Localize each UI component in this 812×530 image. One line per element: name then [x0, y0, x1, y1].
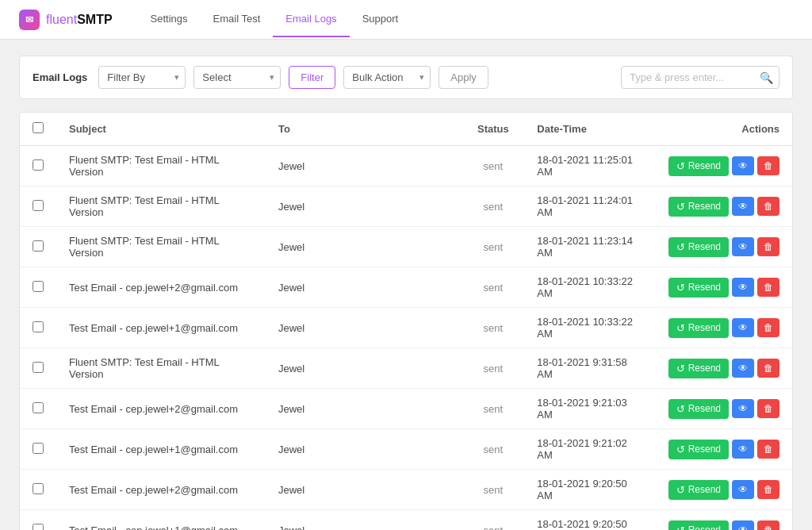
delete-button-4[interactable]: 🗑	[757, 318, 779, 337]
table-row: Fluent SMTP: Test Email - HTML Version J…	[20, 348, 792, 389]
row-actions-1: Resend 👁 🗑	[656, 186, 792, 227]
row-datetime-8: 18-01-2021 9:20:50 AM	[524, 470, 655, 510]
select-dropdown[interactable]: Select	[193, 66, 281, 89]
bulk-action-wrapper: Bulk Action	[343, 66, 431, 89]
row-checkbox-9[interactable]	[33, 524, 44, 531]
delete-button-8[interactable]: 🗑	[757, 480, 779, 499]
delete-button-7[interactable]: 🗑	[757, 440, 779, 459]
apply-button[interactable]: Apply	[439, 66, 488, 89]
filter-button[interactable]: Filter	[289, 66, 335, 89]
row-subject-0: Fluent SMTP: Test Email - HTML Version	[56, 146, 266, 186]
resend-button-6[interactable]: Resend	[668, 399, 729, 419]
row-status-0: sent	[462, 146, 525, 186]
row-subject-3: Test Email - cep.jewel+2@gmail.com	[56, 267, 266, 308]
row-checkbox-6[interactable]	[33, 402, 44, 413]
row-checkbox-4[interactable]	[33, 321, 44, 332]
row-to-2: Jewel	[266, 227, 462, 267]
row-to-8: Jewel	[266, 470, 462, 510]
resend-button-3[interactable]: Resend	[668, 278, 729, 298]
row-to-3: Jewel	[266, 267, 462, 308]
delete-button-6[interactable]: 🗑	[757, 399, 779, 418]
row-datetime-9: 18-01-2021 9:20:50 AM	[524, 510, 655, 531]
table-body: Fluent SMTP: Test Email - HTML Version J…	[20, 146, 792, 531]
row-subject-2: Fluent SMTP: Test Email - HTML Version	[56, 227, 266, 267]
row-actions-2: Resend 👁 🗑	[656, 227, 792, 267]
view-button-5[interactable]: 👁	[732, 359, 754, 378]
resend-button-7[interactable]: Resend	[668, 440, 729, 459]
view-button-4[interactable]: 👁	[732, 318, 754, 337]
row-datetime-4: 18-01-2021 10:33:22 AM	[524, 308, 655, 348]
row-checkbox-1[interactable]	[33, 200, 44, 211]
row-datetime-1: 18-01-2021 11:24:01 AM	[524, 186, 655, 227]
nav-links: Settings Email Test Email Logs Support	[138, 2, 412, 37]
resend-button-5[interactable]: Resend	[668, 359, 729, 378]
view-button-0[interactable]: 👁	[732, 156, 754, 175]
row-actions-5: Resend 👁 🗑	[656, 348, 792, 389]
row-to-6: Jewel	[266, 389, 462, 429]
row-checkbox-5[interactable]	[33, 362, 44, 373]
table-row: Test Email - cep.jewel+2@gmail.com Jewel…	[20, 389, 792, 429]
row-actions-4: Resend 👁 🗑	[656, 308, 792, 348]
filter-by-select[interactable]: Filter By	[98, 66, 186, 89]
row-check-9	[20, 510, 56, 531]
resend-button-4[interactable]: Resend	[668, 318, 729, 338]
logo-smtp: SMTP	[77, 13, 112, 27]
row-status-3: sent	[462, 267, 525, 308]
row-actions-8: Resend 👁 🗑	[656, 470, 792, 510]
table-row: Fluent SMTP: Test Email - HTML Version J…	[20, 146, 792, 186]
view-button-2[interactable]: 👁	[732, 237, 754, 256]
row-to-1: Jewel	[266, 186, 462, 227]
table-row: Fluent SMTP: Test Email - HTML Version J…	[20, 186, 792, 227]
logo: ✉ fluentSMTP	[19, 10, 113, 30]
row-check-2	[20, 227, 56, 267]
nav-email-logs[interactable]: Email Logs	[273, 2, 349, 37]
row-status-9: sent	[462, 510, 525, 531]
row-checkbox-0[interactable]	[33, 159, 44, 171]
delete-button-2[interactable]: 🗑	[757, 237, 779, 256]
row-to-7: Jewel	[266, 429, 462, 470]
email-logs-table-container: Subject To Status Date-Time Actions Flue…	[19, 112, 793, 530]
nav-support[interactable]: Support	[350, 2, 412, 37]
nav-email-test[interactable]: Email Test	[201, 2, 274, 37]
row-actions-6: Resend 👁 🗑	[656, 389, 792, 429]
row-to-9: Jewel	[266, 510, 462, 531]
resend-button-8[interactable]: Resend	[668, 480, 729, 500]
row-status-2: sent	[462, 227, 525, 267]
table-row: Fluent SMTP: Test Email - HTML Version J…	[20, 227, 792, 267]
delete-button-0[interactable]: 🗑	[757, 156, 779, 175]
delete-button-9[interactable]: 🗑	[757, 520, 779, 530]
row-to-0: Jewel	[266, 146, 462, 186]
row-check-6	[20, 389, 56, 429]
view-button-9[interactable]: 👁	[732, 520, 754, 530]
view-button-3[interactable]: 👁	[732, 278, 754, 297]
view-button-6[interactable]: 👁	[732, 399, 754, 418]
row-checkbox-8[interactable]	[33, 483, 44, 494]
nav-settings[interactable]: Settings	[138, 2, 201, 37]
resend-button-9[interactable]: Resend	[668, 520, 729, 531]
search-wrapper: 🔍	[621, 66, 779, 89]
delete-button-1[interactable]: 🗑	[757, 197, 779, 216]
search-input[interactable]	[621, 66, 779, 89]
row-subject-7: Test Email - cep.jewel+1@gmail.com	[56, 429, 266, 470]
delete-button-3[interactable]: 🗑	[757, 278, 779, 297]
row-check-3	[20, 267, 56, 308]
col-header-check	[20, 113, 56, 146]
row-subject-4: Test Email - cep.jewel+1@gmail.com	[56, 308, 266, 348]
resend-button-1[interactable]: Resend	[668, 197, 729, 217]
row-checkbox-7[interactable]	[33, 443, 44, 454]
row-to-5: Jewel	[266, 348, 462, 389]
resend-button-2[interactable]: Resend	[668, 237, 729, 257]
table-row: Test Email - cep.jewel+1@gmail.com Jewel…	[20, 429, 792, 470]
row-checkbox-3[interactable]	[33, 281, 44, 292]
row-actions-7: Resend 👁 🗑	[656, 429, 792, 470]
bulk-action-select[interactable]: Bulk Action	[343, 66, 431, 89]
select-all-checkbox[interactable]	[33, 122, 44, 133]
resend-button-0[interactable]: Resend	[668, 156, 729, 176]
row-checkbox-2[interactable]	[33, 240, 44, 252]
view-button-1[interactable]: 👁	[732, 197, 754, 216]
view-button-8[interactable]: 👁	[732, 480, 754, 499]
delete-button-5[interactable]: 🗑	[757, 359, 779, 378]
view-button-7[interactable]: 👁	[732, 440, 754, 459]
row-check-0	[20, 146, 56, 186]
col-header-subject: Subject	[56, 113, 266, 146]
